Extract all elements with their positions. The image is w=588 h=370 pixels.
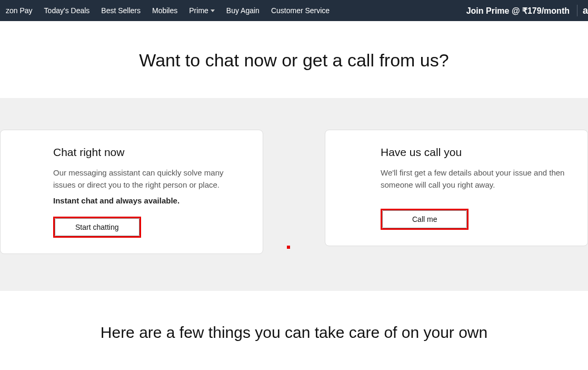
chat-card: Chat right now Our messaging assistant c… — [0, 130, 263, 254]
start-chatting-highlight: Start chatting — [53, 217, 141, 238]
start-chatting-button[interactable]: Start chatting — [55, 218, 139, 236]
nav-item-todays-deals[interactable]: Today's Deals — [38, 6, 96, 15]
chevron-down-icon — [211, 9, 215, 12]
call-card-desc: We'll first get a few details about your… — [381, 167, 566, 191]
join-prime-link[interactable]: Join Prime @ ₹179/month — [459, 6, 577, 16]
nav-right-group: Join Prime @ ₹179/month a — [459, 0, 588, 21]
nav-item-prime[interactable]: Prime — [183, 6, 221, 15]
cursor-dot-icon — [287, 246, 290, 249]
nav-item-pay[interactable]: zon Pay — [0, 6, 38, 15]
contact-options-band: Chat right now Our messaging assistant c… — [0, 98, 588, 291]
call-card-title: Have us call you — [381, 146, 566, 159]
nav-item-buy-again[interactable]: Buy Again — [221, 6, 265, 15]
chat-card-title: Chat right now — [53, 146, 242, 159]
top-nav-bar: zon Pay Today's Deals Best Sellers Mobil… — [0, 0, 588, 21]
chat-card-bold: Instant chat and always available. — [53, 196, 242, 205]
nav-prime-label: Prime — [189, 6, 208, 15]
nav-item-customer-service[interactable]: Customer Service — [265, 6, 335, 15]
call-me-highlight: Call me — [381, 209, 469, 230]
call-me-button[interactable]: Call me — [382, 210, 467, 228]
nav-item-mobiles[interactable]: Mobiles — [146, 6, 183, 15]
cards-row: Chat right now Our messaging assistant c… — [0, 130, 588, 254]
call-card: Have us call you We'll first get a few d… — [325, 130, 588, 246]
logo-fragment: a — [577, 5, 588, 16]
self-service-heading: Here are a few things you can take care … — [0, 324, 588, 342]
chat-card-desc: Our messaging assistant can quickly solv… — [53, 167, 242, 191]
nav-left-group: zon Pay Today's Deals Best Sellers Mobil… — [0, 6, 335, 15]
nav-item-best-sellers[interactable]: Best Sellers — [95, 6, 146, 15]
page-heading: Want to chat now or get a call from us? — [0, 50, 588, 71]
